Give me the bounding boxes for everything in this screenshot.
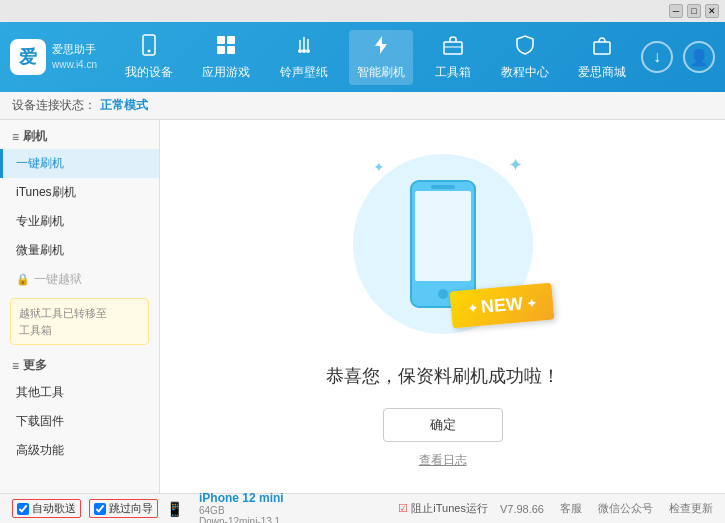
illustration: NEW ✦ ✦ bbox=[343, 144, 543, 344]
svg-point-1 bbox=[147, 49, 150, 52]
itunes-check-icon: ☑ bbox=[398, 502, 408, 515]
itunes-notice: ☑ 阻止iTunes运行 bbox=[398, 501, 488, 516]
device-storage: 64GB bbox=[199, 505, 284, 516]
sidebar-note-line1: 越狱工具已转移至 bbox=[19, 305, 140, 322]
device-name: iPhone 12 mini bbox=[199, 491, 284, 505]
content-area: NEW ✦ ✦ 恭喜您，保资料刷机成功啦！ 确定 查看日志 bbox=[160, 120, 725, 493]
nav-item-smart-flash[interactable]: 智能刷机 bbox=[349, 30, 413, 85]
nav-label-shop: 爱思商城 bbox=[578, 64, 626, 81]
nav-item-ringtones[interactable]: 铃声壁纸 bbox=[272, 30, 336, 85]
toolbox-icon bbox=[442, 34, 464, 61]
flash-section-icon: ≡ bbox=[12, 130, 19, 144]
confirm-button[interactable]: 确定 bbox=[383, 408, 503, 442]
sidebar-item-jailbreak: 🔒 一键越狱 bbox=[0, 265, 159, 294]
sidebar-item-one-key-flash[interactable]: 一键刷机 bbox=[0, 149, 159, 178]
sidebar-label-jailbreak: 一键越狱 bbox=[34, 271, 82, 288]
main-layout: ≡ 刷机 一键刷机 iTunes刷机 专业刷机 微量刷机 🔒 一键越狱 越狱工具… bbox=[0, 120, 725, 493]
nav-label-ringtones: 铃声壁纸 bbox=[280, 64, 328, 81]
title-bar: ─ □ ✕ bbox=[0, 0, 725, 22]
phone-icon bbox=[138, 34, 160, 61]
sidebar-section2-title: 更多 bbox=[23, 357, 47, 374]
bottom-right: V7.98.66 客服 微信公众号 检查更新 bbox=[500, 501, 713, 516]
skip-guide-checkbox[interactable] bbox=[94, 503, 106, 515]
device-info: iPhone 12 mini 64GB Down-12mini-13.1 bbox=[199, 491, 284, 524]
lock-icon: 🔒 bbox=[16, 273, 30, 286]
svg-rect-11 bbox=[594, 42, 610, 54]
nav-label-my-device: 我的设备 bbox=[125, 64, 173, 81]
sidebar-section1-title: 刷机 bbox=[23, 128, 47, 145]
wechat-link[interactable]: 微信公众号 bbox=[598, 501, 653, 516]
svg-point-14 bbox=[438, 289, 448, 299]
nav-label-tutorial: 教程中心 bbox=[501, 64, 549, 81]
svg-rect-3 bbox=[227, 36, 235, 44]
new-badge: NEW bbox=[449, 283, 554, 329]
svg-rect-5 bbox=[227, 46, 235, 54]
sidebar-item-micro-flash[interactable]: 微量刷机 bbox=[0, 236, 159, 265]
minimize-button[interactable]: ─ bbox=[669, 4, 683, 18]
sidebar-note-line2: 工具箱 bbox=[19, 322, 140, 339]
sidebar-note: 越狱工具已转移至 工具箱 bbox=[10, 298, 149, 345]
svg-rect-9 bbox=[444, 42, 462, 54]
ringtone-icon bbox=[293, 34, 315, 61]
more-section-icon: ≡ bbox=[12, 359, 19, 373]
logo-url: www.i4.cn bbox=[52, 58, 97, 72]
sidebar-item-download-firmware[interactable]: 下载固件 bbox=[0, 407, 159, 436]
confirm-button-label: 确定 bbox=[430, 416, 456, 434]
sidebar-item-pro-flash[interactable]: 专业刷机 bbox=[0, 207, 159, 236]
sidebar-item-advanced[interactable]: 高级功能 bbox=[0, 436, 159, 465]
sidebar-section-flash: ≡ 刷机 bbox=[0, 120, 159, 149]
svg-rect-15 bbox=[431, 185, 455, 189]
status-value: 正常模式 bbox=[100, 97, 148, 114]
auto-send-checkbox-label[interactable]: 自动歌送 bbox=[12, 499, 81, 518]
sidebar-item-other-tools[interactable]: 其他工具 bbox=[0, 378, 159, 407]
maximize-button[interactable]: □ bbox=[687, 4, 701, 18]
device-small-icon: 📱 bbox=[166, 501, 183, 517]
status-bar: 设备连接状态： 正常模式 bbox=[0, 92, 725, 120]
flash-icon bbox=[370, 34, 392, 61]
logo-icon: 爱 bbox=[10, 39, 46, 75]
sparkle-tr: ✦ bbox=[508, 154, 523, 176]
nav-items: 我的设备 应用游戏 铃声壁纸 智能刷机 工具箱 bbox=[110, 30, 641, 85]
success-text: 恭喜您，保资料刷机成功啦！ bbox=[326, 364, 560, 388]
skip-guide-label: 跳过向导 bbox=[109, 501, 153, 516]
customer-service-link[interactable]: 客服 bbox=[560, 501, 582, 516]
itunes-notice-label: 阻止iTunes运行 bbox=[411, 501, 488, 516]
nav-item-toolbox[interactable]: 工具箱 bbox=[427, 30, 479, 85]
nav-item-shop[interactable]: 爱思商城 bbox=[570, 30, 634, 85]
sidebar-label-pro-flash: 专业刷机 bbox=[16, 214, 64, 228]
sidebar-label-itunes-flash: iTunes刷机 bbox=[16, 185, 76, 199]
sidebar-label-micro-flash: 微量刷机 bbox=[16, 243, 64, 257]
secondary-link[interactable]: 查看日志 bbox=[419, 452, 467, 469]
nav-label-toolbox: 工具箱 bbox=[435, 64, 471, 81]
auto-send-checkbox[interactable] bbox=[17, 503, 29, 515]
check-update-link[interactable]: 检查更新 bbox=[669, 501, 713, 516]
logo-name: 爱思助手 bbox=[52, 42, 97, 57]
svg-point-8 bbox=[306, 49, 310, 53]
version-label: V7.98.66 bbox=[500, 503, 544, 515]
tutorial-icon bbox=[514, 34, 536, 61]
nav-item-my-device[interactable]: 我的设备 bbox=[117, 30, 181, 85]
sidebar-item-itunes-flash[interactable]: iTunes刷机 bbox=[0, 178, 159, 207]
bottom-bar: 自动歌送 跳过向导 📱 iPhone 12 mini 64GB Down-12m… bbox=[0, 493, 725, 523]
nav-label-smart-flash: 智能刷机 bbox=[357, 64, 405, 81]
logo-text: 爱思助手 www.i4.cn bbox=[52, 42, 97, 71]
sidebar-section-more: ≡ 更多 bbox=[0, 349, 159, 378]
nav-label-apps-games: 应用游戏 bbox=[202, 64, 250, 81]
nav-item-apps-games[interactable]: 应用游戏 bbox=[194, 30, 258, 85]
download-button[interactable]: ↓ bbox=[641, 41, 673, 73]
svg-rect-2 bbox=[217, 36, 225, 44]
bottom-left: 自动歌送 跳过向导 📱 iPhone 12 mini 64GB Down-12m… bbox=[12, 491, 386, 524]
auto-send-label: 自动歌送 bbox=[32, 501, 76, 516]
apps-icon bbox=[215, 34, 237, 61]
sidebar-label-advanced: 高级功能 bbox=[16, 443, 64, 457]
skip-guide-checkbox-label[interactable]: 跳过向导 bbox=[89, 499, 158, 518]
user-button[interactable]: 👤 bbox=[683, 41, 715, 73]
nav-right: ↓ 👤 bbox=[641, 41, 715, 73]
close-button[interactable]: ✕ bbox=[705, 4, 719, 18]
sidebar: ≡ 刷机 一键刷机 iTunes刷机 专业刷机 微量刷机 🔒 一键越狱 越狱工具… bbox=[0, 120, 160, 493]
header: 爱 爱思助手 www.i4.cn 我的设备 应用游戏 铃声壁纸 bbox=[0, 22, 725, 92]
svg-point-6 bbox=[302, 49, 306, 53]
sparkle-tl: ✦ bbox=[373, 159, 385, 175]
nav-item-tutorial[interactable]: 教程中心 bbox=[493, 30, 557, 85]
svg-point-7 bbox=[298, 49, 302, 53]
